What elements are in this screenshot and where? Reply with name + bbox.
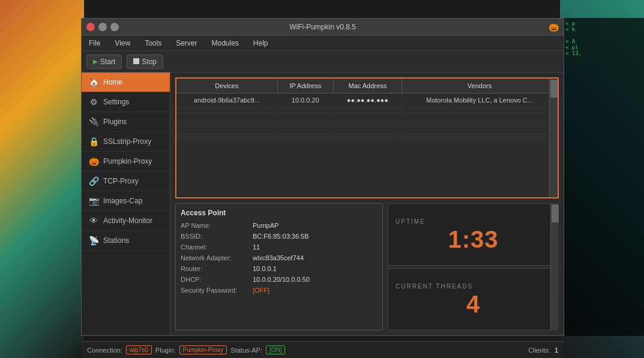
sidebar-item-home[interactable]: 🏠 Home (82, 73, 170, 92)
col-mac: Mac Address (333, 79, 402, 94)
ap-value-bssid: BC:F6:85:03:36:5B (253, 233, 309, 240)
terminal-line: < pl (565, 44, 642, 50)
sidebar-item-activity-monitor[interactable]: 👁 Activity-Monitor (82, 211, 170, 231)
sslstrip-icon: 🔒 (89, 137, 98, 146)
terminal-line: < A (565, 38, 642, 44)
sidebar-item-stations[interactable]: 📡 Stations (82, 231, 170, 251)
stats-scrollbar[interactable] (550, 203, 559, 330)
title-bar: WiFi-Pumpkin v0.8.5 🎃 (82, 19, 564, 35)
table-row (176, 114, 558, 121)
ap-label-adapter: Network Adapter: (181, 254, 253, 261)
play-icon: ▶ (93, 58, 98, 65)
menu-modules[interactable]: Modules (209, 38, 241, 49)
ap-value-router: 10.0.0.1 (253, 265, 277, 272)
images-cap-icon: 📷 (89, 196, 98, 206)
window-title: WiFi-Pumpkin v0.8.5 (289, 23, 356, 31)
sidebar-item-sslstrip[interactable]: 🔒 SSLstrip-Proxy (82, 132, 170, 152)
ap-row-adapter: Network Adapter: wlxc83a35cef744 (181, 254, 378, 261)
stats-panel: UPTIME 1:33 CURRENT THREADS 4 (388, 203, 559, 330)
plugins-icon: 🔌 (89, 117, 98, 127)
pumpkin-icon: 🎃 (549, 22, 559, 32)
sidebar-label-sslstrip: SSLstrip-Proxy (103, 137, 151, 146)
sidebar-item-settings[interactable]: ⚙ Settings (82, 92, 170, 112)
table-row[interactable]: android-9b6a37abc9... 10.0.0.20 ●●.●●.●●… (176, 94, 558, 107)
cell-ip: 10.0.0.20 (277, 94, 333, 107)
terminal-line (565, 32, 642, 38)
main-window: WiFi-Pumpkin v0.8.5 🎃 File View Tools Se… (81, 18, 564, 336)
menu-file[interactable]: File (86, 38, 103, 49)
threads-box: CURRENT THREADS 4 (388, 268, 559, 330)
background-left (0, 0, 84, 358)
menu-view[interactable]: View (112, 38, 133, 49)
table-row (176, 121, 558, 127)
close-button[interactable] (86, 23, 95, 31)
col-devices: Devices (176, 79, 277, 94)
sidebar-label-home: Home (103, 78, 122, 86)
clients-info: Clients: 1 (528, 347, 558, 354)
pumpkin-proxy-icon: 🎃 (89, 157, 98, 166)
ap-title: Access Point (181, 209, 378, 217)
sidebar-label-plugins: Plugins (103, 118, 127, 126)
stop-icon (133, 58, 139, 66)
sidebar-item-tcp-proxy[interactable]: 🔗 TCP-Proxy (82, 172, 170, 191)
menu-help[interactable]: Help (251, 38, 271, 49)
clients-value: 1 (555, 347, 558, 354)
minimize-button[interactable] (98, 23, 107, 31)
ap-row-router: Router: 10.0.0.1 (181, 265, 378, 272)
uptime-value: 1:33 (448, 227, 498, 251)
ap-label-dhcp: DHCP: (181, 276, 253, 283)
uptime-label: UPTIME (396, 218, 426, 225)
terminal-line: < p (565, 20, 642, 26)
ap-label-security: Security Password: (181, 287, 253, 294)
ap-value-channel: 11 (253, 243, 260, 251)
ap-value-security: [OFF] (253, 287, 269, 294)
access-point-info: Access Point AP Name: PumpAP BSSID: BC:F… (175, 203, 383, 330)
devices-table: Devices IP Address Mac Address Vendors a… (176, 79, 558, 140)
sidebar-label-stations: Stations (103, 236, 129, 245)
start-button[interactable]: ▶ Start (86, 55, 122, 69)
cell-device: android-9b6a37abc9... (176, 94, 277, 107)
ap-label-channel: Channel: (181, 243, 253, 251)
menu-bar: File View Tools Server Modules Help (82, 35, 564, 51)
stop-label: Stop (142, 58, 157, 66)
stations-icon: 📡 (89, 236, 98, 245)
start-label: Start (100, 58, 115, 66)
sidebar-item-images-cap[interactable]: 📷 Images-Cap (82, 191, 170, 211)
table-row (176, 134, 558, 140)
uptime-box: UPTIME 1:33 (388, 203, 559, 266)
table-scrollbar[interactable] (549, 79, 558, 197)
ap-row-dhcp: DHCP: 10.0.0.20/10.0.0.50 (181, 276, 378, 283)
bottom-panel: Access Point AP Name: PumpAP BSSID: BC:F… (170, 203, 564, 335)
threads-value: 4 (466, 292, 480, 316)
stats-scrollbar-thumb (552, 204, 559, 222)
clients-label: Clients: (528, 347, 550, 354)
activity-monitor-icon: 👁 (89, 216, 98, 225)
col-ip: IP Address (277, 79, 333, 94)
maximize-button[interactable] (110, 23, 119, 31)
ap-label-router: Router: (181, 265, 253, 272)
terminal-line: < k (565, 26, 642, 32)
connection-badge: wlp7s0 (126, 345, 152, 354)
sidebar-label-images-cap: Images-Cap (103, 197, 142, 205)
scrollbar-thumb (550, 80, 558, 98)
devices-table-container: Devices IP Address Mac Address Vendors a… (175, 77, 559, 198)
stop-button[interactable]: Stop (127, 55, 163, 69)
ap-value-adapter: wlxc83a35cef744 (253, 254, 304, 261)
toolbar: ▶ Start Stop (82, 51, 564, 73)
home-icon: 🏠 (89, 77, 98, 87)
sidebar-item-plugins[interactable]: 🔌 Plugins (82, 112, 170, 132)
ap-label-name: AP Name: (181, 222, 253, 229)
right-panel: Devices IP Address Mac Address Vendors a… (170, 73, 564, 335)
menu-server[interactable]: Server (173, 38, 199, 49)
main-content: 🏠 Home ⚙ Settings 🔌 Plugins 🔒 SSLstrip-P… (82, 73, 564, 335)
connection-label: Connection: (87, 347, 122, 354)
menu-tools[interactable]: Tools (142, 38, 164, 49)
ap-row-channel: Channel: 11 (181, 243, 378, 251)
status-ap-label: Status-AP: (230, 347, 262, 354)
settings-icon: ⚙ (89, 97, 98, 107)
sidebar-item-pumpkin-proxy[interactable]: 🎃 Pumpkin-Proxy (82, 152, 170, 172)
table-row (176, 127, 558, 134)
table-row (176, 107, 558, 114)
plugin-label: Plugin: (155, 347, 176, 354)
window-controls (86, 23, 119, 31)
